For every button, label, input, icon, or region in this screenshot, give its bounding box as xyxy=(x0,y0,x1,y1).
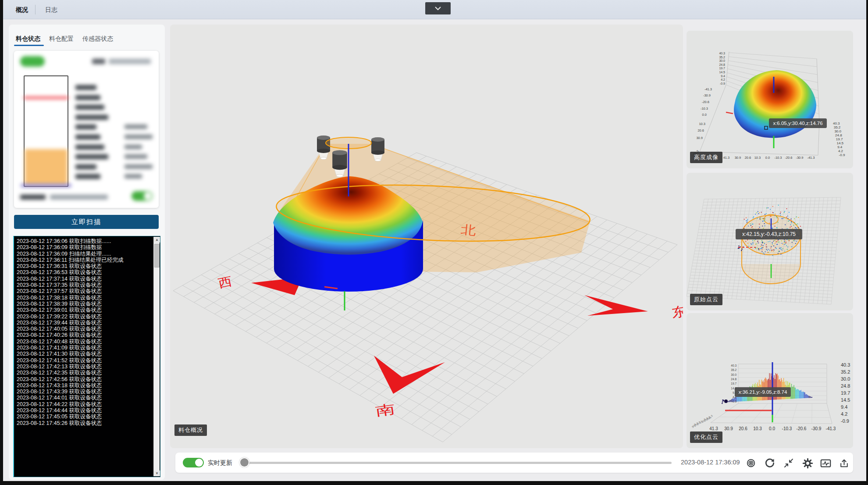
tick-label: -20.6 xyxy=(785,156,792,160)
silo-level-gauge xyxy=(24,75,68,187)
tick-label: 4.2 xyxy=(838,149,843,153)
tick-label: 10.3 xyxy=(699,122,705,126)
realtime-label: 实时更新 xyxy=(208,459,232,467)
tick-label: 24.8 xyxy=(835,133,842,137)
redacted-value xyxy=(109,59,151,64)
log-entry: 2023-08-12 17:38:39 获取设备状态 xyxy=(14,301,160,307)
tick-label: 4.2 xyxy=(841,411,847,417)
tick-label: 19.7 xyxy=(731,382,736,385)
coordinate-tooltip: x:6.05,y:30.40,z:14.76 xyxy=(769,118,827,128)
tick-label: 30.0 xyxy=(841,376,850,382)
tick-label: -0.9 xyxy=(732,400,737,403)
svg-text:x:6.05,y:30.40,z:14.76: x:6.05,y:30.40,z:14.76 xyxy=(773,121,822,126)
svg-text:x:36.21,y:-9.05,z:8.74: x:36.21,y:-9.05,z:8.74 xyxy=(739,389,787,395)
raw-pointcloud-panel[interactable]: x:42.15,y:-0.43,z:10.75 原始点云 xyxy=(687,173,853,310)
log-entry: 2023-08-12 17:37:35 获取设备状态 xyxy=(14,282,160,288)
sidebar-tab-sensor-status[interactable]: 传感器状态 xyxy=(82,35,113,43)
realtime-toggle[interactable] xyxy=(183,458,204,467)
window-frame-right xyxy=(866,0,868,485)
tick-label: 20.6 xyxy=(697,128,704,132)
log-entry: 2023-08-12 17:44:22 获取设备状态 xyxy=(14,401,160,407)
scroll-down-arrow[interactable]: ▼ xyxy=(154,471,160,476)
tick-label: 20.6 xyxy=(745,156,751,160)
tick-label: 40.3 xyxy=(731,364,736,367)
tick-label: 30.9 xyxy=(724,426,733,431)
silo-3d-viewport[interactable]: 西 北 东 南 xyxy=(170,25,683,448)
log-entry: 2023-08-12 17:36:06 获取扫描数据...... xyxy=(14,238,160,244)
tick-label: -10.3 xyxy=(782,426,792,431)
scroll-up-arrow[interactable]: ▲ xyxy=(154,237,160,242)
tick-label: 41.3 xyxy=(709,426,718,431)
tick-label: 9.4 xyxy=(841,404,847,410)
sidebar-tab-silo-status[interactable]: 料仓状态 xyxy=(16,35,40,43)
scan-now-button[interactable]: 立即扫描 xyxy=(14,215,159,229)
top-bar: 概况 日志 xyxy=(3,0,866,19)
log-console[interactable]: 2023-08-12 17:36:06 获取扫描数据......2023-08-… xyxy=(13,236,160,477)
log-entry: 2023-08-12 17:36:11 扫描结果处理已经完成 xyxy=(14,257,160,263)
tick-label: -10.3 xyxy=(701,107,708,111)
compress-view-button[interactable] xyxy=(782,456,795,470)
tick-label: 35.2 xyxy=(719,56,725,59)
sidebar-tab-silo-config[interactable]: 料仓配置 xyxy=(49,35,74,43)
redacted-field-label xyxy=(75,145,104,150)
tick-label: 41.3 xyxy=(723,156,730,160)
tick-label: 19.7 xyxy=(841,390,850,396)
scrollbar-thumb[interactable] xyxy=(154,244,160,267)
tick-label: 30.0 xyxy=(719,59,725,62)
tab-log[interactable]: 日志 xyxy=(45,0,57,19)
waveform-icon xyxy=(820,457,832,469)
status-badge xyxy=(20,56,45,67)
log-entry: 2023-08-12 17:43:18 获取设备状态 xyxy=(14,382,160,389)
tick-label: 14.5 xyxy=(719,71,725,74)
compass-east-arrow xyxy=(584,295,648,316)
settings-button[interactable] xyxy=(801,456,814,470)
tick-label: 4.2 xyxy=(721,78,725,81)
tab-overview[interactable]: 概况 xyxy=(16,0,28,19)
tick-label: -20.6 xyxy=(797,426,807,431)
redacted-field-value xyxy=(125,145,142,149)
raw-pointcloud-plot: x:42.15,y:-0.43,z:10.75 xyxy=(687,173,853,310)
refresh-button[interactable] xyxy=(763,456,776,470)
tick-label: 40.3 xyxy=(719,52,725,55)
height-imaging-panel[interactable]: 40.335.230.024.819.714.59.44.2-0.9-41.3-… xyxy=(687,31,853,168)
log-entry: 2023-08-12 17:36:09 扫描结果处理...... xyxy=(14,251,160,257)
silo-3d-scene: 西 北 东 南 xyxy=(170,25,683,448)
tick-label: 10.3 xyxy=(753,426,762,431)
redacted-field-value xyxy=(125,125,147,129)
card-toggle[interactable] xyxy=(132,191,153,201)
console-scrollbar[interactable]: ▲ ▼ xyxy=(153,237,160,476)
tick-label: 10.3 xyxy=(754,156,761,160)
main-view-badge: 料仓概况 xyxy=(174,424,207,436)
redacted-report-time xyxy=(50,195,108,200)
locate-button[interactable] xyxy=(744,456,758,470)
tick-label: -0.9 xyxy=(839,153,845,157)
log-entry: 2023-08-12 17:44:01 获取设备状态 xyxy=(14,395,160,401)
tick-label: -0.9 xyxy=(720,82,725,85)
collapse-dropdown-button[interactable] xyxy=(425,2,451,14)
tick-label: 0.0 xyxy=(702,113,707,117)
tick-label: 35.2 xyxy=(834,125,841,129)
panel-badge: 原始点云 xyxy=(690,294,722,305)
log-entry: 2023-08-12 17:37:14 获取设备状态 xyxy=(14,276,160,282)
current-timestamp: 2023-08-12 17:36:09 xyxy=(681,459,740,466)
tick-label: 9.4 xyxy=(837,145,843,149)
optimized-pointcloud-panel[interactable]: 40.335.230.024.819.714.59.44.2-0.940.335… xyxy=(687,313,853,448)
tick-label: 24.8 xyxy=(719,63,725,66)
gauge-base-line xyxy=(21,184,71,187)
redacted-field-label xyxy=(75,154,108,159)
silo-status-card xyxy=(14,51,159,208)
log-entry: 2023-08-12 17:41:09 获取设备状态 xyxy=(14,345,160,351)
gauge-alarm-line xyxy=(24,96,68,99)
log-entry: 2023-08-12 17:45:26 获取设备状态 xyxy=(14,420,160,426)
timeline-slider-track[interactable] xyxy=(245,462,672,464)
log-entry: 2023-08-12 17:42:13 获取设备状态 xyxy=(14,364,160,370)
window-frame-bottom xyxy=(0,481,868,485)
waveform-view-button[interactable] xyxy=(819,456,832,470)
tick-label: 0.0 xyxy=(765,156,770,160)
export-button[interactable] xyxy=(837,456,850,470)
log-entry: 2023-08-12 17:39:01 获取设备状态 xyxy=(14,307,160,313)
timeline-slider-handle[interactable] xyxy=(239,457,249,467)
panel-badge: 高度成像 xyxy=(690,152,722,163)
tick-label: 35.2 xyxy=(841,369,850,374)
compass-east-label: 东 xyxy=(670,303,683,320)
